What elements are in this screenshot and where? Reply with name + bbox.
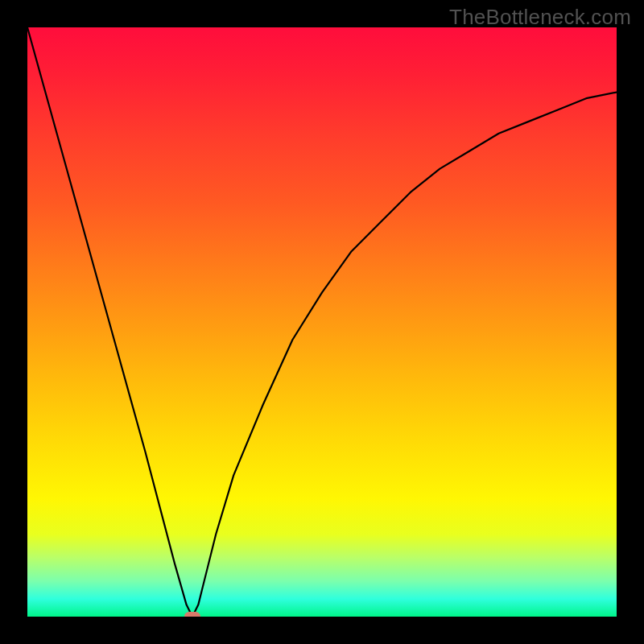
watermark-text: TheBottleneck.com xyxy=(449,5,631,30)
curve-path xyxy=(27,27,617,617)
plot-area xyxy=(27,27,617,617)
chart-frame: TheBottleneck.com xyxy=(0,0,644,644)
bottleneck-curve xyxy=(27,27,617,617)
minimum-marker xyxy=(184,612,200,617)
